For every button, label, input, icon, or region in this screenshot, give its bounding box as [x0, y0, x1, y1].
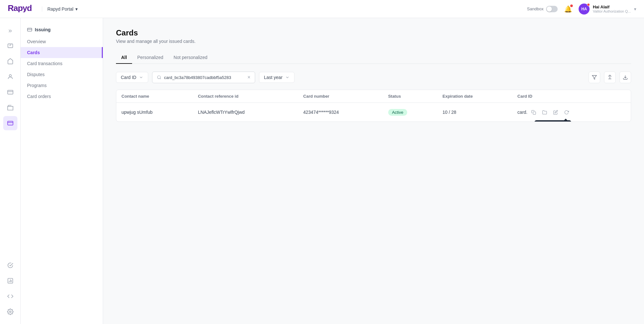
refresh-icon: [564, 110, 569, 115]
copy-button[interactable]: [529, 107, 538, 117]
cell-contact-name: upwjug sUmfub: [116, 103, 193, 122]
table-header: Contact name Contact reference id Card n…: [116, 90, 631, 103]
sidebar-icon-cards[interactable]: [3, 116, 17, 130]
sidebar-icon-wallet[interactable]: [3, 101, 17, 115]
user-section: HA Hai Alaif Valitor Authorization Q... …: [579, 4, 636, 15]
tab-personalized[interactable]: Personalized: [132, 52, 168, 64]
search-value: card_bc3a78b493807cadbbf5a5283: [164, 75, 244, 80]
sidebar-item-disputes[interactable]: Disputes: [21, 69, 103, 80]
user-role: Valitor Authorization Q...: [593, 9, 631, 13]
table-row: upwjug sUmfub LNAJeflcWTrYwlfrQjwd 42347…: [116, 103, 631, 122]
date-filter-label: Last year: [264, 75, 283, 80]
cards-table: Contact name Contact reference id Card n…: [116, 90, 631, 122]
filters-row: Card ID card_bc3a78b493807cadbbf5a5283 ×…: [116, 72, 631, 83]
svg-rect-14: [533, 112, 535, 114]
sidebar-item-programs[interactable]: Programs: [21, 80, 103, 91]
sidebar-icon-developer[interactable]: [3, 289, 17, 303]
sidebar-item-card-transactions[interactable]: Card transactions: [21, 58, 103, 69]
topnav-right: Sandbox 🔔 HA Hai Alaif Valitor Authoriza…: [527, 4, 636, 15]
edit-button[interactable]: [551, 107, 560, 117]
refresh-button[interactable]: [562, 107, 571, 117]
date-chevron-icon: [285, 75, 290, 80]
cell-status: Active: [383, 103, 437, 122]
portal-chevron-icon: ▾: [75, 6, 78, 12]
notification-bell[interactable]: 🔔: [564, 5, 572, 13]
search-input-wrap[interactable]: card_bc3a78b493807cadbbf5a5283 ×: [152, 72, 255, 83]
cell-card-number: 423474******9324: [298, 103, 383, 122]
col-card-id: Card ID: [512, 90, 631, 103]
cell-card-id: card.: [512, 103, 631, 122]
status-badge: Active: [388, 109, 407, 116]
page-subtitle: View and manage all your issued cards.: [116, 39, 631, 44]
notification-dot: [570, 5, 573, 7]
portal-selector[interactable]: Rapyd Portal ▾: [42, 6, 78, 12]
card-id-filter-label: Card ID: [121, 75, 136, 80]
icon-sidebar: »: [0, 18, 21, 324]
user-online-dot: [587, 3, 590, 6]
main-layout: »: [0, 18, 644, 324]
refresh-tooltip-wrap: See more details: [562, 107, 571, 117]
toggle-thumb: [547, 6, 552, 12]
tab-not-personalized[interactable]: Not personalized: [168, 52, 213, 64]
see-more-tooltip: See more details: [534, 120, 571, 122]
copy-icon: [531, 110, 536, 115]
col-expiration: Expiration date: [437, 90, 512, 103]
cell-expiration: 10 / 28: [437, 103, 512, 122]
sidebar-item-cards[interactable]: Cards: [21, 47, 103, 58]
table-body: upwjug sUmfub LNAJeflcWTrYwlfrQjwd 42347…: [116, 103, 631, 122]
svg-rect-4: [7, 121, 13, 125]
sidebar-item-overview[interactable]: Overview: [21, 36, 103, 47]
folder-button[interactable]: [540, 107, 549, 117]
filter-button[interactable]: [589, 72, 600, 83]
download-icon: [623, 75, 628, 80]
issuing-nav-icon: [27, 27, 32, 32]
card-id-filter-dropdown[interactable]: Card ID: [116, 72, 148, 83]
topnav: Rapyd Rapyd Portal ▾ Sandbox 🔔 HA Hai Al…: [0, 0, 644, 18]
col-contact-ref: Contact reference id: [193, 90, 298, 103]
cell-contact-ref: LNAJeflcWTrYwlfrQjwd: [193, 103, 298, 122]
svg-marker-10: [592, 75, 596, 79]
sidebar-icon-compliance[interactable]: [3, 258, 17, 272]
sandbox-label: Sandbox: [527, 6, 543, 11]
card-id-chevron-icon: [139, 75, 143, 80]
svg-rect-1: [8, 44, 13, 48]
tabs: All Personalized Not personalized: [116, 52, 631, 64]
col-card-number: Card number: [298, 90, 383, 103]
folder-icon: [542, 110, 547, 115]
user-name: Hai Alaif: [593, 5, 631, 9]
topnav-left: Rapyd Rapyd Portal ▾: [8, 3, 78, 15]
sidebar-icon-settings[interactable]: [3, 305, 17, 319]
tab-all[interactable]: All: [116, 52, 132, 64]
left-nav: Issuing Overview Cards Card transactions…: [21, 18, 103, 324]
sidebar-icon-reports[interactable]: [3, 274, 17, 288]
search-icon: [157, 75, 161, 80]
sidebar-item-card-orders[interactable]: Card orders: [21, 91, 103, 102]
sidebar-icon-home[interactable]: [3, 54, 17, 68]
sidebar-icon-tasks[interactable]: [3, 39, 17, 53]
svg-point-6: [9, 311, 11, 313]
svg-rect-3: [7, 90, 13, 94]
svg-rect-7: [27, 28, 32, 31]
download-button[interactable]: [620, 72, 631, 83]
table-header-row: Contact name Contact reference id Card n…: [116, 90, 631, 103]
sort-button[interactable]: [604, 72, 616, 83]
svg-point-2: [9, 74, 11, 77]
user-chevron-icon[interactable]: ▾: [634, 6, 636, 12]
left-nav-section-header: Issuing: [21, 25, 103, 36]
user-info: Hai Alaif Valitor Authorization Q...: [593, 5, 631, 13]
sidebar-icon-expand[interactable]: »: [3, 23, 17, 37]
sandbox-toggle-track[interactable]: [546, 6, 558, 12]
logo: Rapyd: [8, 3, 37, 15]
card-id-value: card.: [517, 110, 527, 115]
sort-icon: [607, 75, 612, 80]
sidebar-icon-issuing[interactable]: [3, 85, 17, 99]
edit-icon: [553, 110, 558, 115]
sidebar-icon-contacts[interactable]: [3, 70, 17, 84]
col-status: Status: [383, 90, 437, 103]
row-actions: See more details: [529, 107, 571, 117]
date-filter-dropdown[interactable]: Last year: [259, 72, 294, 83]
filter-icon: [592, 75, 597, 80]
left-nav-section-title: Issuing: [35, 27, 51, 32]
search-clear-icon[interactable]: ×: [247, 74, 250, 80]
svg-line-9: [160, 78, 161, 79]
